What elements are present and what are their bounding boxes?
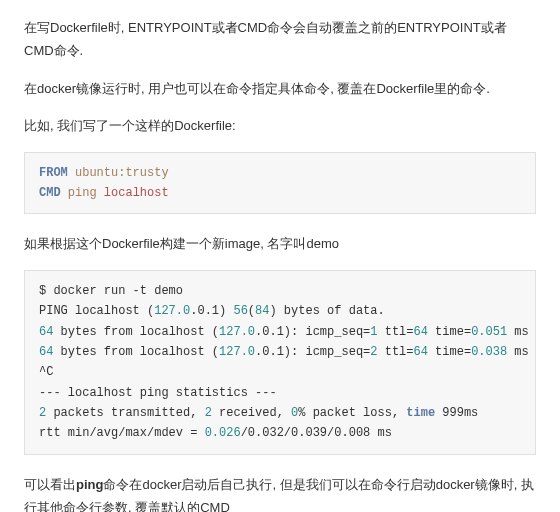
output-text: % packet loss,	[298, 406, 406, 420]
number: 0.038	[471, 345, 507, 359]
number: 84	[255, 304, 269, 318]
cmd-command: ping	[61, 186, 97, 200]
output-text: .0.1): icmp_seq=	[255, 345, 370, 359]
ip-fragment: 127.0	[219, 345, 255, 359]
output-text: packets transmitted,	[46, 406, 204, 420]
paragraph-4: 如果根据这个Dockerfile构建一个新image, 名字叫demo	[24, 232, 536, 255]
paragraph-3: 比如, 我们写了一个这样的Dockerfile:	[24, 114, 536, 137]
number: 64	[414, 325, 428, 339]
output-text: bytes from localhost (	[53, 345, 219, 359]
output-text: ttl=	[377, 325, 413, 339]
shell-line: $ docker run -t demo	[39, 284, 183, 298]
bold-ping: ping	[76, 477, 103, 492]
output-text: ttl=	[377, 345, 413, 359]
ip-fragment: 127.0	[154, 304, 190, 318]
keyword-from: FROM	[39, 166, 68, 180]
output-text: received,	[212, 406, 291, 420]
output-text: time=	[428, 345, 471, 359]
output-text: time=	[428, 325, 471, 339]
ip-fragment: 127.0	[219, 325, 255, 339]
output-text: bytes from localhost (	[53, 325, 219, 339]
image-name: ubuntu:trusty	[68, 166, 169, 180]
code-block-dockerfile: FROM ubuntu:trusty CMD ping localhost	[24, 152, 536, 215]
cmd-arg: localhost	[97, 186, 169, 200]
keyword-cmd: CMD	[39, 186, 61, 200]
number: 64	[39, 325, 53, 339]
output-text: ^C	[39, 365, 53, 379]
output-text: rtt min/avg/max/mdev =	[39, 426, 205, 440]
output-text: .0.1)	[190, 304, 233, 318]
number: 56	[233, 304, 247, 318]
output-text: ms	[507, 325, 529, 339]
paragraph-2: 在docker镜像运行时, 用户也可以在命令指定具体命令, 覆盖在Dockerf…	[24, 77, 536, 100]
paragraph-1: 在写Dockerfile时, ENTRYPOINT或者CMD命令会自动覆盖之前的…	[24, 16, 536, 63]
output-text: ) bytes of data.	[269, 304, 384, 318]
output-text: (	[248, 304, 255, 318]
output-text: --- localhost ping statistics ---	[39, 386, 277, 400]
number: 2	[205, 406, 212, 420]
code-block-run-output: $ docker run -t demo PING localhost (127…	[24, 270, 536, 455]
text: 可以看出	[24, 477, 76, 492]
number: 64	[414, 345, 428, 359]
number: 64	[39, 345, 53, 359]
output-text: /0.032/0.039/0.008 ms	[241, 426, 392, 440]
keyword-time: time	[406, 406, 435, 420]
output-text: 999ms	[435, 406, 478, 420]
number: 0.051	[471, 325, 507, 339]
output-text: ms	[507, 345, 529, 359]
output-text: .0.1): icmp_seq=	[255, 325, 370, 339]
output-text: PING localhost (	[39, 304, 154, 318]
paragraph-5: 可以看出ping命令在docker启动后自己执行, 但是我们可以在命令行启动do…	[24, 473, 536, 512]
number: 0.026	[205, 426, 241, 440]
